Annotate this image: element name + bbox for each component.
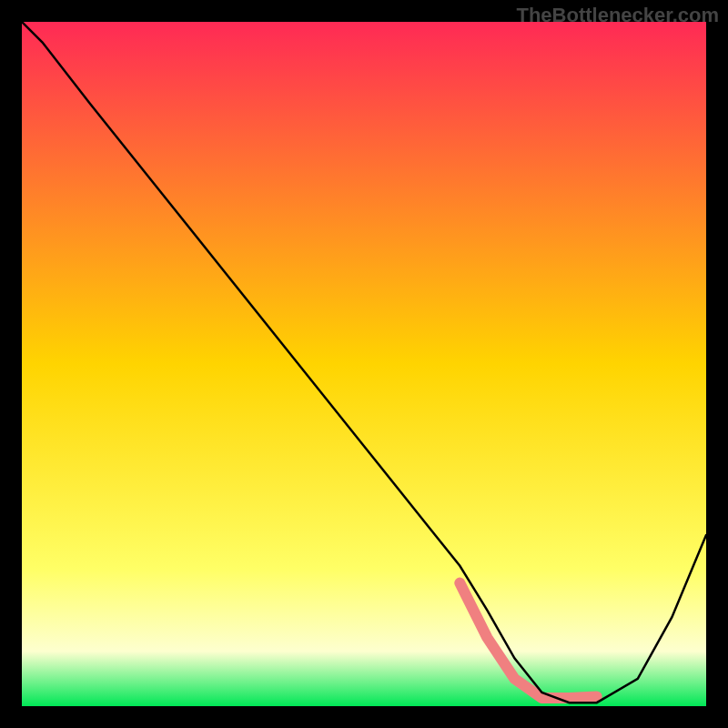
watermark-text: TheBottlenecker.com [516,4,719,27]
chart-plot-area [22,22,706,706]
chart-svg [22,22,706,706]
gradient-background [22,22,706,706]
